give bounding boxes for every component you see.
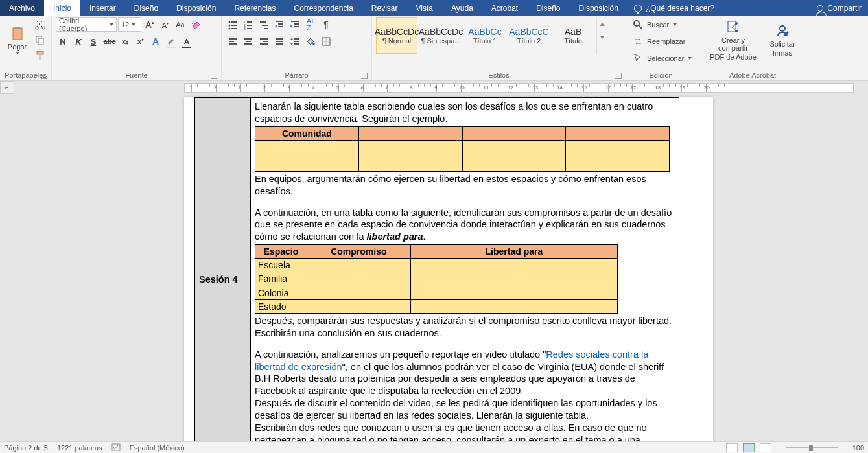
numbering-button[interactable]: 123 [241, 17, 255, 32]
styles-more[interactable] [596, 17, 607, 54]
tab-design-2[interactable]: Diseño [527, 0, 569, 16]
borders-button[interactable] [319, 34, 333, 49]
text-effects-button[interactable]: A [149, 34, 163, 49]
tab-layout[interactable]: Disposición [167, 0, 225, 16]
shading-button[interactable] [303, 34, 318, 49]
svg-rect-18 [247, 25, 252, 26]
format-painter-button[interactable] [33, 49, 47, 63]
bold-button[interactable]: N [56, 34, 70, 49]
cut-button[interactable] [33, 17, 47, 32]
view-print-layout[interactable] [743, 443, 755, 452]
view-web-layout[interactable] [760, 443, 771, 452]
clipboard-launcher[interactable] [41, 73, 47, 79]
grow-font-button[interactable]: A▴ [143, 17, 157, 32]
select-button[interactable]: Seleccionar [630, 51, 694, 65]
font-color-button[interactable]: A [180, 34, 194, 49]
share-button[interactable]: Compartir [810, 0, 868, 16]
editing-group-label: Edición [630, 70, 692, 80]
menu-tabs: Archivo Inicio Insertar Diseño Disposici… [0, 0, 868, 16]
font-launcher[interactable] [211, 73, 217, 79]
tab-references[interactable]: Referencias [225, 0, 285, 16]
tab-help[interactable]: Ayuda [442, 0, 482, 16]
decrease-indent-button[interactable] [272, 17, 287, 32]
font-family-combo[interactable]: Calibri (Cuerpo) [56, 17, 117, 32]
paste-button[interactable]: Pegar [4, 17, 30, 63]
subscript-button[interactable]: x₂ [118, 34, 132, 49]
underline-button[interactable]: S [87, 34, 101, 49]
tab-review[interactable]: Revisar [362, 0, 407, 16]
page: Sesión 4 Llenarán la siguiente tabla esc… [184, 97, 713, 441]
tab-selector[interactable]: ⌐ [0, 81, 14, 94]
increase-indent-button[interactable] [288, 17, 302, 32]
styles-launcher[interactable] [615, 73, 622, 79]
tab-home[interactable]: Inicio [44, 0, 80, 16]
svg-rect-5 [38, 38, 43, 45]
adobe-share-pdf-button[interactable]: Crear y compartir PDF de Adobe [707, 17, 760, 63]
sort-button[interactable]: A↓Z [303, 17, 318, 32]
show-marks-button[interactable]: ¶ [319, 17, 333, 32]
tab-layout-2[interactable]: Disposición [570, 0, 628, 16]
horizontal-ruler[interactable]: 121234567891011121314151617181920 [184, 83, 854, 93]
paragraph-launcher[interactable] [361, 73, 368, 79]
italic-button[interactable]: K [71, 34, 86, 49]
status-words[interactable]: 1221 palabras [57, 444, 102, 452]
content-cell: Llenarán la siguiente tabla escribiendo … [251, 98, 679, 442]
shrink-font-button[interactable]: A▾ [158, 17, 172, 32]
borders-icon [321, 36, 331, 47]
adobe-request-sign-button[interactable]: Solicitar firmas [766, 17, 799, 63]
superscript-button[interactable]: x² [134, 34, 148, 49]
t2-row-colonia: Colonia [255, 286, 307, 299]
svg-rect-44 [294, 38, 299, 40]
align-center-button[interactable] [241, 34, 255, 49]
font-size-combo[interactable]: 12 [118, 17, 141, 32]
document-area[interactable]: Sesión 4 Llenarán la siguiente tabla esc… [14, 94, 868, 441]
svg-rect-22 [262, 25, 268, 26]
svg-rect-39 [263, 41, 268, 42]
paste-label: Pegar [8, 43, 27, 51]
svg-rect-16 [247, 21, 252, 23]
style-heading2[interactable]: AaBbCcCTítulo 2 [508, 17, 550, 54]
align-left-button[interactable] [226, 34, 240, 49]
para-2: En equipos, argumentarán cómo ejercen su… [255, 173, 675, 198]
zoom-level[interactable]: 100 [852, 444, 864, 452]
lightbulb-icon [634, 5, 642, 12]
svg-point-51 [634, 21, 639, 26]
line-spacing-button[interactable] [288, 34, 302, 49]
zoom-out-button[interactable]: − [777, 444, 780, 452]
tab-view[interactable]: Vista [407, 0, 442, 16]
tab-acrobat[interactable]: Acrobat [482, 0, 527, 16]
status-page[interactable]: Página 2 de 5 [4, 444, 48, 452]
tab-mailings[interactable]: Correspondencia [285, 0, 362, 16]
tab-design[interactable]: Diseño [125, 0, 167, 16]
justify-button[interactable] [272, 34, 287, 49]
zoom-slider[interactable] [786, 447, 838, 448]
style-normal[interactable]: AaBbCcDc¶ Normal [376, 17, 417, 54]
view-read-mode[interactable] [726, 443, 738, 452]
tab-insert[interactable]: Insertar [80, 0, 125, 16]
svg-rect-12 [231, 25, 237, 26]
change-case-button[interactable]: Aa [174, 17, 188, 32]
tab-file[interactable]: Archivo [0, 0, 44, 16]
svg-rect-30 [294, 26, 299, 27]
eraser-icon: A [191, 19, 202, 30]
align-right-button[interactable] [257, 34, 271, 49]
style-title[interactable]: AaBTítulo [552, 17, 594, 54]
spacing-icon [290, 36, 300, 47]
t2-h-compromiso: Compromiso [307, 245, 410, 259]
replace-button[interactable]: Reemplazar [630, 34, 688, 49]
status-language[interactable]: Español (México) [130, 444, 185, 452]
multilevel-button[interactable] [257, 17, 271, 32]
clear-format-button[interactable]: A [189, 17, 204, 32]
zoom-in-button[interactable]: + [843, 444, 847, 452]
table-espacios: Espacio Compromiso Libertad para Escuela… [255, 244, 618, 314]
vertical-ruler[interactable] [0, 94, 14, 441]
copy-button[interactable] [33, 33, 47, 47]
status-proofing-icon[interactable] [111, 443, 121, 452]
tell-me-search[interactable]: ¿Qué desea hacer? [628, 0, 721, 16]
bullets-button[interactable] [226, 17, 240, 32]
highlight-button[interactable] [165, 34, 179, 49]
strike-button[interactable]: abc [102, 34, 117, 49]
style-no-spacing[interactable]: AaBbCcDc¶ Sin espa... [420, 17, 462, 54]
style-heading1[interactable]: AaBbCcTítulo 1 [464, 17, 506, 54]
find-button[interactable]: Buscar [630, 17, 679, 32]
